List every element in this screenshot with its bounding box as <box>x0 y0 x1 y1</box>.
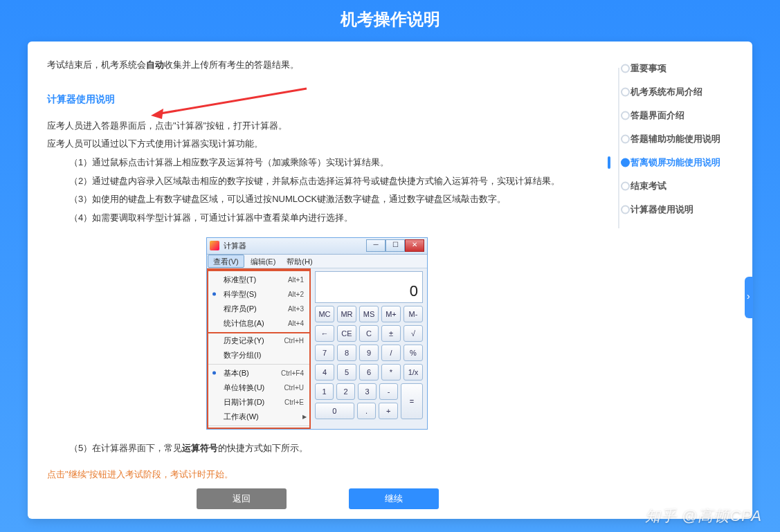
nav-item-layout[interactable]: 机考系统布局介绍 <box>614 80 743 104</box>
calc-menubar: 查看(V) 编辑(E) 帮助(H) <box>207 255 427 268</box>
page-title: 机考操作说明 <box>0 0 780 42</box>
nav-item-aux[interactable]: 答题辅助功能使用说明 <box>614 127 743 151</box>
nav-item-end-exam[interactable]: 结束考试 <box>614 174 743 198</box>
section-title: 计算器使用说明 <box>47 93 115 106</box>
calculator-screenshot: 计算器 ─ ☐ ✕ 查看(V) 编辑(E) 帮助(H) 标准型(T)Alt+ <box>206 237 588 430</box>
continue-button[interactable]: 继续 <box>349 488 439 509</box>
body-text: 应考人员进入答题界面后，点击"计算器"按钮，打开计算器。 应考人员可以通过以下方… <box>47 117 588 228</box>
bullet-5: （5）在计算器界面下，常见运算符号的快捷方式如下所示。 <box>47 439 588 458</box>
view-dropdown: 标准型(T)Alt+1 科学型(S)Alt+2 程序员(P)Alt+3 统计信息… <box>207 268 311 429</box>
sidebar-nav: 重要事项 机考系统布局介绍 答题界面介绍 答题辅助功能使用说明 暂离锁屏功能使用… <box>607 42 752 519</box>
back-button[interactable]: 返回 <box>197 488 287 509</box>
calc-display: 0 <box>315 271 423 303</box>
content-area: 考试结束后，机考系统会自动收集并上传所有考生的答题结果。 计算器使用说明 应考人… <box>28 42 607 519</box>
calc-titlebar: 计算器 ─ ☐ ✕ <box>207 238 427 255</box>
nav-item-lockscreen[interactable]: 暂离锁屏功能使用说明 <box>614 151 743 174</box>
warning-text: 点击"继续"按钮进入考试阶段，考试计时开始。 <box>47 468 588 481</box>
main-panel: 考试结束后，机考系统会自动收集并上传所有考生的答题结果。 计算器使用说明 应考人… <box>28 42 752 519</box>
maximize-icon: ☐ <box>386 239 405 252</box>
calculator-icon <box>210 241 219 250</box>
svg-line-0 <box>156 89 307 114</box>
minimize-icon: ─ <box>366 239 386 252</box>
calc-key: MC <box>315 306 334 322</box>
annotation-arrow-icon <box>151 86 310 121</box>
intro-text: 考试结束后，机考系统会自动收集并上传所有考生的答题结果。 <box>47 57 588 74</box>
footer-buttons: 返回 继续 <box>28 488 607 509</box>
nav-item-important[interactable]: 重要事项 <box>614 57 743 80</box>
nav-item-calculator[interactable]: 计算器使用说明 <box>614 198 743 221</box>
sidebar-toggle-icon[interactable] <box>745 277 753 318</box>
nav-item-answer-ui[interactable]: 答题界面介绍 <box>614 104 743 127</box>
close-icon: ✕ <box>405 239 424 252</box>
